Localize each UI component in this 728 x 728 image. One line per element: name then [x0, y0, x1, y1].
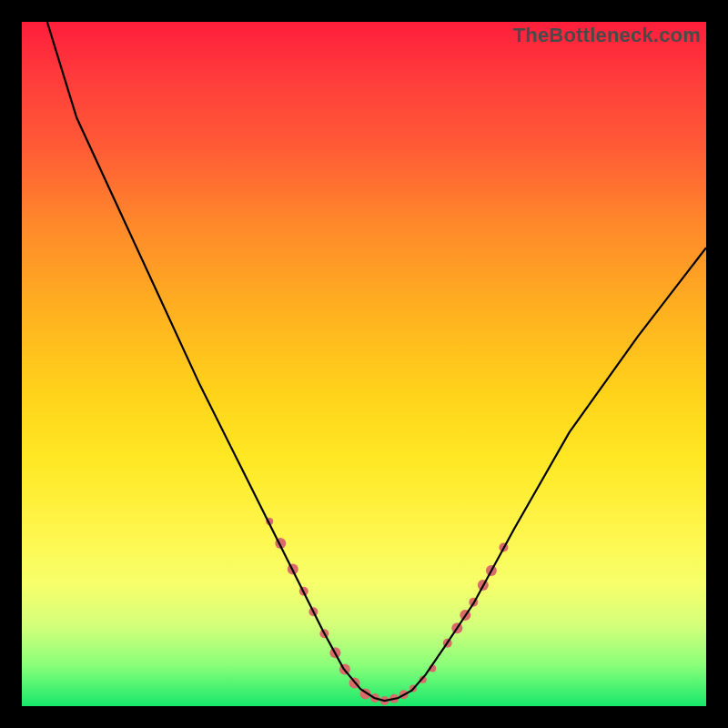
watermark-text: TheBottleneck.com — [513, 24, 701, 47]
scatter-markers — [266, 518, 508, 705]
curve-layer — [22, 22, 706, 706]
chart-frame: TheBottleneck.com — [0, 0, 728, 728]
bottleneck-curve — [47, 22, 706, 701]
plot-area: TheBottleneck.com — [22, 22, 706, 706]
